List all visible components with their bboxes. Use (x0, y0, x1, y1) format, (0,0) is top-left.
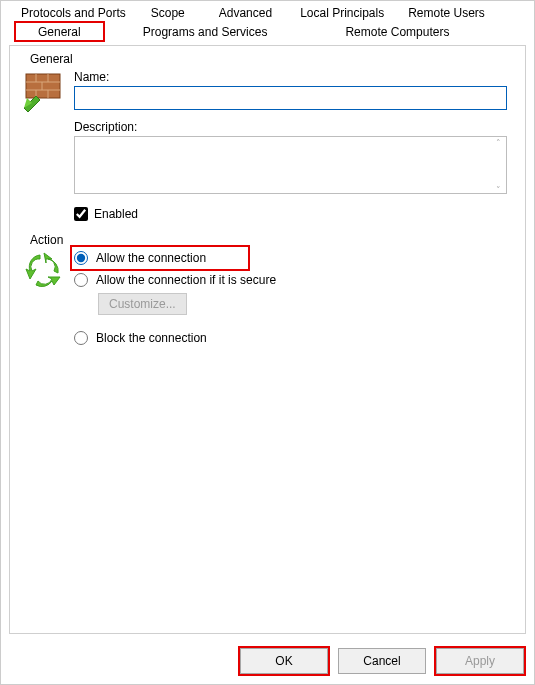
tab-local-principals[interactable]: Local Principals (287, 3, 397, 22)
radio-allow-secure-label: Allow the connection if it is secure (96, 273, 276, 287)
tab-advanced[interactable]: Advanced (204, 3, 287, 22)
firewall-icon (22, 68, 70, 112)
tab-strip: Protocols and Ports Scope Advanced Local… (1, 1, 534, 41)
apply-button: Apply (436, 648, 524, 674)
tab-remote-computers[interactable]: Remote Computers (306, 22, 488, 41)
tab-row-1: Protocols and Ports Scope Advanced Local… (1, 3, 534, 22)
radio-allow-secure-row[interactable]: Allow the connection if it is secure (74, 269, 507, 291)
enabled-checkbox[interactable] (74, 207, 88, 221)
tab-protocols-and-ports[interactable]: Protocols and Ports (15, 3, 132, 22)
name-input[interactable] (74, 86, 507, 110)
tab-content-general: General (9, 45, 526, 634)
description-label: Description: (74, 120, 507, 134)
radio-allow-row[interactable]: Allow the connection (72, 247, 248, 269)
radio-allow[interactable] (74, 251, 88, 265)
cancel-button[interactable]: Cancel (338, 648, 426, 674)
tab-row-2: General Programs and Services Remote Com… (1, 22, 534, 41)
customize-button: Customize... (98, 293, 187, 315)
name-label: Name: (74, 70, 507, 84)
tab-general[interactable]: General (15, 22, 104, 41)
group-general: General (22, 58, 513, 221)
description-textarea[interactable] (74, 136, 507, 194)
dialog-buttons: OK Cancel Apply (240, 648, 524, 674)
group-action: Action Allow the connection (22, 239, 513, 349)
recycle-icon (22, 249, 70, 293)
radio-allow-label: Allow the connection (96, 251, 206, 265)
tab-scope[interactable]: Scope (132, 3, 204, 22)
ok-button[interactable]: OK (240, 648, 328, 674)
enabled-label: Enabled (94, 207, 138, 221)
group-general-legend: General (28, 52, 75, 66)
svg-rect-0 (26, 74, 60, 98)
tab-remote-users[interactable]: Remote Users (397, 3, 496, 22)
group-action-legend: Action (28, 233, 65, 247)
radio-block-row[interactable]: Block the connection (74, 327, 507, 349)
enabled-row[interactable]: Enabled (74, 207, 507, 221)
radio-allow-secure[interactable] (74, 273, 88, 287)
tab-programs-and-services[interactable]: Programs and Services (104, 22, 307, 41)
radio-block-label: Block the connection (96, 331, 207, 345)
radio-block[interactable] (74, 331, 88, 345)
